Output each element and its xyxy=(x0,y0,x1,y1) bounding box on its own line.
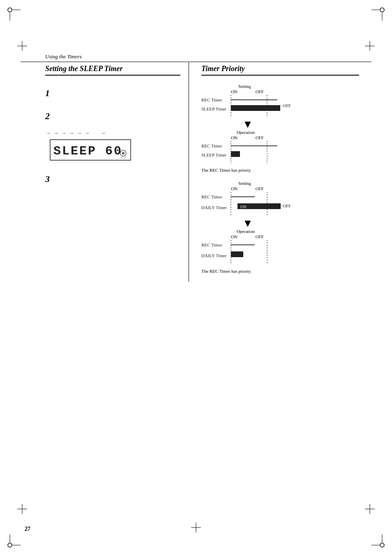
diag2-off-label: OFF xyxy=(256,186,264,191)
sleep-display-svg: SLEEP 60 xyxy=(49,139,131,161)
diag1-note: The REC Timer has priorty. xyxy=(201,168,359,173)
diag1-op-svg: REC Timer SLEEP Timer xyxy=(201,141,312,164)
diag1-op-on-off: ON OFF xyxy=(231,135,359,140)
page-container: Using the Timers Setting the SLEEP Timer… xyxy=(0,0,392,555)
svg-text:SLEEP Timer: SLEEP Timer xyxy=(201,106,226,111)
arrow-3: → xyxy=(61,130,66,136)
arrow-2: → xyxy=(53,130,58,136)
diag2-op-label: Operation xyxy=(237,229,359,234)
diag1-setting-svg: REC Timer SLEEP Timer OFF xyxy=(201,95,312,117)
svg-point-25 xyxy=(122,152,125,154)
sleep-display: SLEEP 60 xyxy=(49,139,180,161)
diag1-op-off: OFF xyxy=(256,135,264,140)
svg-text:OFF: OFF xyxy=(283,203,291,208)
svg-text:REC Timer: REC Timer xyxy=(201,143,222,148)
diag2-op-on: ON xyxy=(231,234,238,239)
diag2-op-svg: REC Timer DAILY Timer xyxy=(201,240,312,265)
left-col-title: Setting the SLEEP Timer xyxy=(45,64,180,76)
step-1-num: 1 xyxy=(45,88,180,99)
svg-text:REC Timer: REC Timer xyxy=(201,194,222,199)
arrow-1: → xyxy=(45,130,51,136)
diag2-note: The REC Timer has priorty. xyxy=(201,269,359,274)
arrow-6: → xyxy=(84,130,90,136)
right-col-title: Timer Priority xyxy=(201,64,359,76)
down-arrow-2: ▼ xyxy=(242,218,359,229)
down-arrow-1: ▼ xyxy=(242,119,359,130)
svg-rect-55 xyxy=(231,251,243,257)
sleep-display-area: → → → → → → → SLEEP 60 xyxy=(45,130,180,161)
columns: Setting the SLEEP Timer 1 2 → → → → → → … xyxy=(21,62,371,282)
diag2-op-off: OFF xyxy=(256,234,264,239)
diag2-setting-svg: REC Timer DAILY Timer ON OFF xyxy=(201,192,312,216)
svg-text:REC Timer: REC Timer xyxy=(201,97,222,102)
right-column: Timer Priority Setting ON OFF REC Timer xyxy=(189,62,371,282)
svg-text:ON: ON xyxy=(240,205,246,209)
section-heading: Using the Timers xyxy=(45,53,371,60)
diag1-op-on: ON xyxy=(231,135,238,140)
arrows-row: → → → → → → → xyxy=(45,130,180,136)
left-column: Setting the SLEEP Timer 1 2 → → → → → → … xyxy=(21,62,189,282)
diag2-setting-label: Setting xyxy=(238,181,359,186)
diag2-op-on-off: ON OFF xyxy=(231,234,359,239)
svg-rect-41 xyxy=(231,151,240,157)
page-number: 27 xyxy=(25,526,30,532)
svg-text:SLEEP 60: SLEEP 60 xyxy=(53,144,122,158)
diag1-op-label: Operation xyxy=(237,130,359,135)
diag1-setting-label: Setting xyxy=(238,84,359,89)
timer-diagram-2: Setting ON OFF REC Timer DAILY Time xyxy=(201,181,359,274)
arrow-4: → xyxy=(69,130,74,136)
diag2-on-label: ON xyxy=(231,186,238,191)
diag1-on-off-labels: ON OFF xyxy=(231,89,359,94)
svg-text:SLEEP Timer: SLEEP Timer xyxy=(201,152,226,157)
diag1-on-label: ON xyxy=(231,89,238,94)
svg-text:DAILY Timer: DAILY Timer xyxy=(201,253,227,258)
step-3-num: 3 xyxy=(45,174,180,184)
diag2-on-off-labels: ON OFF xyxy=(231,186,359,191)
svg-rect-34 xyxy=(231,105,280,111)
svg-text:REC Timer: REC Timer xyxy=(201,242,222,247)
arrow-7: → xyxy=(100,130,106,136)
timer-diagram-1: Setting ON OFF REC Timer xyxy=(201,84,359,173)
step-2-num: 2 xyxy=(45,111,180,122)
diag1-off-label: OFF xyxy=(256,89,264,94)
arrow-5: → xyxy=(76,130,82,136)
svg-text:DAILY Timer: DAILY Timer xyxy=(201,205,227,210)
svg-text:OFF: OFF xyxy=(283,103,291,108)
